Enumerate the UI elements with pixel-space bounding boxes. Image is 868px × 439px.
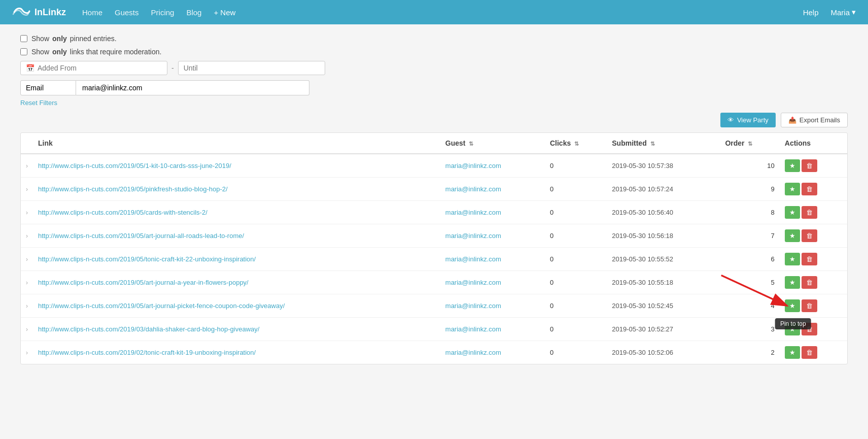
table-row: ›http://www.clips-n-cuts.com/2019/05/ton… — [21, 248, 847, 271]
row-submitted: 2019-05-30 10:56:18 — [607, 224, 720, 248]
nav-blog[interactable]: Blog — [186, 8, 201, 17]
col-clicks: Clicks ⇅ — [545, 133, 607, 154]
logo[interactable]: InLinkz — [12, 5, 66, 19]
row-expand-chevron[interactable]: › — [21, 154, 33, 178]
chevron-down-icon: ▾ — [852, 8, 856, 17]
delete-button[interactable]: 🗑 — [802, 183, 817, 195]
row-submitted: 2019-05-30 10:55:18 — [607, 271, 720, 294]
table-row: ›http://www.clips-n-cuts.com/2019/05/car… — [21, 201, 847, 224]
pin-button[interactable]: ★ — [785, 159, 800, 172]
table-row: ›http://www.clips-n-cuts.com/2019/05/art… — [21, 224, 847, 248]
row-clicks: 0 — [545, 341, 607, 364]
table-row: ›http://www.clips-n-cuts.com/2019/05/1-k… — [21, 154, 847, 178]
row-actions: ★🗑 — [780, 271, 847, 294]
row-expand-chevron[interactable]: › — [21, 178, 33, 201]
nav-help[interactable]: Help — [803, 8, 819, 17]
pin-button[interactable]: ★ — [785, 346, 800, 359]
row-submitted: 2019-05-30 10:52:06 — [607, 341, 720, 364]
nav-right: Help Maria ▾ — [803, 8, 856, 17]
row-link: http://www.clips-n-cuts.com/2019/05/art-… — [33, 224, 440, 248]
reset-filters-link[interactable]: Reset Filters — [20, 99, 57, 107]
table-row: ›http://www.clips-n-cuts.com/2019/05/pin… — [21, 178, 847, 201]
toolbar: 👁 View Party 📤 Export Emails — [20, 113, 848, 127]
export-icon: 📤 — [788, 116, 796, 124]
pin-button[interactable]: ★ — [785, 323, 800, 335]
pin-button[interactable]: ★ — [785, 229, 800, 242]
export-emails-button[interactable]: 📤 Export Emails — [781, 113, 848, 127]
date-from-input[interactable] — [38, 64, 139, 72]
row-actions: ★🗑 — [780, 318, 847, 341]
nav-guests[interactable]: Guests — [115, 8, 139, 17]
email-filter-row: Email — [20, 80, 848, 95]
date-until-input[interactable] — [184, 64, 285, 72]
row-expand-chevron[interactable]: › — [21, 271, 33, 294]
delete-button[interactable]: 🗑 — [802, 323, 817, 335]
delete-button[interactable]: 🗑 — [802, 229, 817, 242]
row-actions: ★🗑 — [780, 178, 847, 201]
delete-button[interactable]: 🗑 — [802, 253, 817, 265]
row-order: 5 — [720, 271, 779, 294]
row-clicks: 0 — [545, 201, 607, 224]
nav-home[interactable]: Home — [82, 8, 102, 17]
nav-user[interactable]: Maria ▾ — [830, 8, 856, 17]
email-type-select[interactable]: Email — [20, 80, 76, 95]
row-actions: ★🗑 — [780, 248, 847, 271]
nav-new[interactable]: + New — [214, 8, 235, 17]
table-row: ›http://www.clips-n-cuts.com/2019/02/ton… — [21, 341, 847, 364]
email-input[interactable] — [76, 80, 309, 95]
date-until-wrap — [178, 61, 325, 75]
filter-moderation-checkbox[interactable] — [20, 48, 27, 55]
row-actions: ★🗑 — [780, 154, 847, 178]
row-clicks: 0 — [545, 294, 607, 318]
table-row: ›http://www.clips-n-cuts.com/2019/03/dah… — [21, 318, 847, 341]
row-order: 3 — [720, 318, 779, 341]
delete-button[interactable]: 🗑 — [802, 346, 817, 359]
delete-button[interactable]: 🗑 — [802, 276, 817, 289]
row-actions: ★🗑 — [780, 341, 847, 364]
filter-pinned-checkbox[interactable] — [20, 35, 27, 42]
delete-button[interactable]: 🗑 — [802, 206, 817, 219]
row-expand-chevron[interactable]: › — [21, 224, 33, 248]
logo-text: InLinkz — [34, 7, 66, 18]
row-expand-chevron[interactable]: › — [21, 318, 33, 341]
date-from-wrap: 📅 — [20, 61, 167, 75]
entries-table: Link Guest ⇅ Clicks ⇅ Submitted ⇅ Order … — [21, 133, 847, 364]
pin-button[interactable]: ★ — [785, 253, 800, 265]
filter-moderation-label: Show only links that require moderation. — [31, 48, 161, 56]
row-clicks: 0 — [545, 318, 607, 341]
row-expand-chevron[interactable]: › — [21, 294, 33, 318]
filter-moderation: Show only links that require moderation. — [20, 48, 848, 56]
view-party-button[interactable]: 👁 View Party — [720, 113, 776, 127]
page-content: Show only pinned entries. Show only link… — [0, 24, 868, 439]
pin-button[interactable]: ★ — [785, 183, 800, 195]
row-order: 7 — [720, 224, 779, 248]
row-clicks: 0 — [545, 224, 607, 248]
table-row: ›http://www.clips-n-cuts.com/2019/05/art… — [21, 294, 847, 318]
pin-button[interactable]: ★ — [785, 206, 800, 219]
row-actions: ★🗑 — [780, 224, 847, 248]
row-link: http://www.clips-n-cuts.com/2019/03/dahl… — [33, 318, 440, 341]
row-clicks: 0 — [545, 178, 607, 201]
row-clicks: 0 — [545, 271, 607, 294]
row-actions: ★🗑 — [780, 201, 847, 224]
delete-button[interactable]: 🗑 — [802, 159, 817, 172]
row-submitted: 2019-05-30 10:57:24 — [607, 178, 720, 201]
row-expand-chevron[interactable]: › — [21, 201, 33, 224]
row-link: http://www.clips-n-cuts.com/2019/05/pink… — [33, 178, 440, 201]
eye-icon: 👁 — [727, 116, 734, 124]
nav-pricing[interactable]: Pricing — [151, 8, 175, 17]
row-expand-chevron[interactable]: › — [21, 341, 33, 364]
row-submitted: 2019-05-30 10:56:40 — [607, 201, 720, 224]
row-link: http://www.clips-n-cuts.com/2019/02/toni… — [33, 341, 440, 364]
col-link: Link — [33, 133, 440, 154]
col-submitted: Submitted ⇅ — [607, 133, 720, 154]
row-expand-chevron[interactable]: › — [21, 248, 33, 271]
pin-button[interactable]: ★ — [785, 299, 800, 312]
col-order: Order ⇅ — [720, 133, 779, 154]
navbar: InLinkz Home Guests Pricing Blog + New H… — [0, 0, 868, 24]
row-order: 10 — [720, 154, 779, 178]
pin-button[interactable]: ★ — [785, 276, 800, 289]
row-link: http://www.clips-n-cuts.com/2019/05/1-ki… — [33, 154, 440, 178]
row-guest: maria@inlinkz.com — [440, 201, 545, 224]
delete-button[interactable]: 🗑 — [802, 299, 817, 312]
